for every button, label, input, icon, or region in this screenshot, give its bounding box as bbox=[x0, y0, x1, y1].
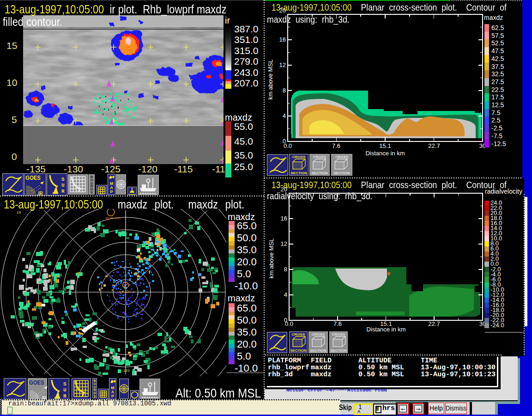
svg-text:4: 4 bbox=[284, 291, 287, 298]
svg-text:R: R bbox=[63, 393, 66, 399]
svg-text:22.7: 22.7 bbox=[428, 320, 440, 327]
svg-text:22.7: 22.7 bbox=[428, 142, 440, 149]
svg-text:-125: -125 bbox=[121, 368, 130, 373]
svg-text:GOES: GOES bbox=[29, 379, 44, 386]
svg-text:b4-125-0: b4-125-0 bbox=[119, 290, 135, 294]
svg-text:CROSS: CROSS bbox=[292, 332, 305, 336]
svg-text:GOES: GOES bbox=[25, 174, 41, 181]
svg-text:CROSS: CROSS bbox=[332, 332, 345, 336]
svg-text:4: 4 bbox=[283, 112, 286, 119]
svg-text:16: 16 bbox=[281, 215, 287, 222]
svg-text:S: S bbox=[91, 191, 93, 194]
svg-text:Distance in km: Distance in km bbox=[365, 150, 405, 157]
svg-text:U: U bbox=[61, 183, 65, 188]
svg-text:8: 8 bbox=[284, 266, 287, 273]
svg-text:CROSS: CROSS bbox=[312, 332, 325, 336]
svg-text:P: P bbox=[110, 190, 113, 194]
svg-text:12: 12 bbox=[279, 61, 286, 68]
svg-text:U: U bbox=[63, 387, 66, 393]
svg-text:SECTION: SECTION bbox=[330, 349, 347, 353]
svg-text:vtve-est: vtve-est bbox=[105, 216, 121, 220]
svg-text:0.0: 0.0 bbox=[284, 142, 292, 149]
svg-text:SECTION: SECTION bbox=[290, 349, 307, 353]
svg-text:7.6: 7.6 bbox=[332, 142, 340, 149]
svg-text:8: 8 bbox=[283, 87, 286, 94]
svg-text:CROSS: CROSS bbox=[335, 155, 349, 159]
svg-text:0.0: 0.0 bbox=[285, 320, 293, 327]
svg-text:S: S bbox=[63, 381, 66, 387]
svg-text:CROSS: CROSS bbox=[313, 155, 326, 159]
svg-text:7.6: 7.6 bbox=[333, 320, 342, 327]
svg-text:P: P bbox=[111, 394, 114, 398]
svg-text:S: S bbox=[61, 177, 65, 182]
svg-text:12: 12 bbox=[281, 240, 287, 247]
svg-text:SECTION: SECTION bbox=[310, 349, 326, 353]
svg-text:CROSS: CROSS bbox=[292, 155, 306, 159]
svg-text:S: S bbox=[94, 395, 96, 398]
svg-text:SECTION: SECTION bbox=[333, 171, 350, 175]
svg-text:km above MSL: km above MSL bbox=[268, 239, 275, 279]
svg-text:km above MSL: km above MSL bbox=[267, 60, 274, 100]
svg-text:15.1: 15.1 bbox=[379, 142, 391, 149]
svg-text:Distance in km: Distance in km bbox=[366, 326, 405, 333]
svg-text:16: 16 bbox=[279, 36, 286, 43]
svg-text:R: R bbox=[61, 189, 65, 194]
svg-text:SECTION: SECTION bbox=[290, 171, 307, 175]
svg-text:SECTION: SECTION bbox=[311, 171, 328, 175]
